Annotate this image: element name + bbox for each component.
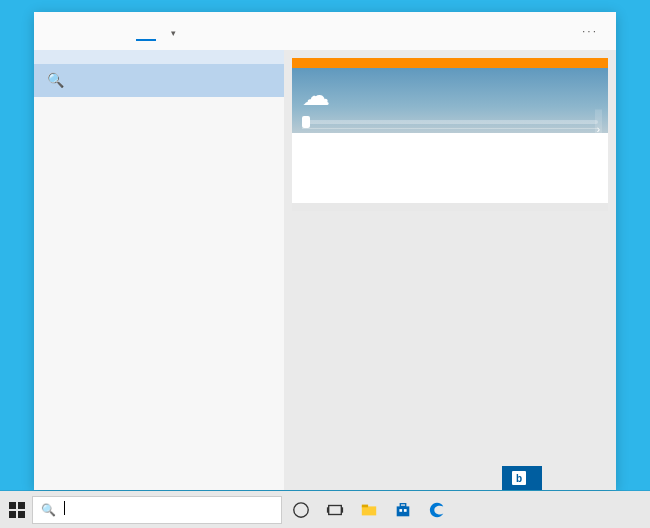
- svg-rect-11: [400, 503, 405, 506]
- hourly-slider[interactable]: [302, 116, 598, 124]
- fog-icon: ☁: [302, 82, 330, 110]
- temp-chart: [292, 133, 608, 203]
- open-in-browser-button[interactable]: b: [502, 466, 542, 490]
- svg-rect-12: [399, 509, 402, 512]
- svg-rect-6: [327, 507, 329, 512]
- search-flyout: ▾ ··· 🔍: [34, 12, 616, 490]
- best-match-item[interactable]: 🔍: [34, 64, 284, 97]
- taskbar-search-input[interactable]: 🔍: [32, 496, 282, 524]
- svg-rect-8: [362, 506, 376, 515]
- search-icon: 🔍: [46, 72, 64, 88]
- forecast-next-icon[interactable]: ›: [595, 110, 602, 134]
- svg-rect-0: [9, 502, 16, 509]
- tab-web[interactable]: [136, 21, 156, 41]
- scope-tabs: ▾ ···: [34, 12, 616, 50]
- bing-icon: b: [512, 471, 526, 485]
- svg-rect-10: [397, 506, 410, 516]
- tab-apps[interactable]: [70, 22, 90, 40]
- taskbar: 🔍: [0, 491, 650, 528]
- svg-rect-3: [18, 511, 25, 518]
- more-options-icon[interactable]: ···: [578, 18, 602, 44]
- svg-rect-7: [341, 507, 343, 512]
- svg-point-4: [294, 502, 308, 516]
- microsoft-store-icon[interactable]: [388, 495, 418, 525]
- svg-rect-5: [329, 505, 342, 514]
- edge-icon[interactable]: [422, 495, 452, 525]
- slider-knob[interactable]: [302, 116, 310, 128]
- svg-rect-9: [362, 504, 368, 507]
- feedback-link[interactable]: [556, 22, 576, 40]
- tab-more[interactable]: ▾: [158, 15, 186, 47]
- weather-alert-banner[interactable]: [292, 58, 608, 68]
- svg-rect-2: [9, 511, 16, 518]
- tab-documents[interactable]: [92, 22, 112, 40]
- weather-card: ☁ ›: [292, 68, 608, 133]
- best-match-header: [34, 50, 284, 64]
- search-icon: 🔍: [41, 503, 56, 517]
- svg-rect-1: [18, 502, 25, 509]
- search-web-header: [34, 97, 284, 111]
- preview-pane: ☁ ›: [284, 50, 616, 490]
- file-explorer-icon[interactable]: [354, 495, 384, 525]
- task-view-icon[interactable]: [320, 495, 350, 525]
- daily-forecast: ›: [302, 128, 598, 129]
- chevron-down-icon: ▾: [171, 28, 176, 38]
- cortana-icon[interactable]: [286, 495, 316, 525]
- svg-rect-13: [404, 509, 407, 512]
- results-sidebar: 🔍: [34, 50, 284, 490]
- tab-all[interactable]: [48, 22, 68, 40]
- tab-email[interactable]: [114, 22, 134, 40]
- start-button[interactable]: [6, 499, 28, 521]
